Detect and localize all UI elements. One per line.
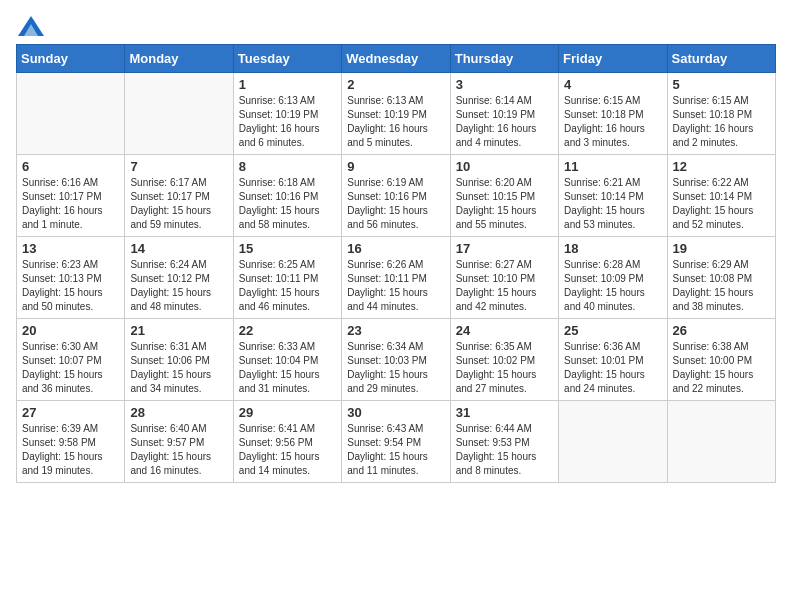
week-row-2: 6Sunrise: 6:16 AM Sunset: 10:17 PM Dayli… (17, 155, 776, 237)
week-row-4: 20Sunrise: 6:30 AM Sunset: 10:07 PM Dayl… (17, 319, 776, 401)
calendar-cell: 15Sunrise: 6:25 AM Sunset: 10:11 PM Dayl… (233, 237, 341, 319)
day-info: Sunrise: 6:31 AM Sunset: 10:06 PM Daylig… (130, 340, 227, 396)
calendar-cell: 23Sunrise: 6:34 AM Sunset: 10:03 PM Dayl… (342, 319, 450, 401)
day-info: Sunrise: 6:18 AM Sunset: 10:16 PM Daylig… (239, 176, 336, 232)
day-info: Sunrise: 6:13 AM Sunset: 10:19 PM Daylig… (347, 94, 444, 150)
calendar-cell: 30Sunrise: 6:43 AM Sunset: 9:54 PM Dayli… (342, 401, 450, 483)
calendar-cell (17, 73, 125, 155)
day-info: Sunrise: 6:34 AM Sunset: 10:03 PM Daylig… (347, 340, 444, 396)
calendar-cell: 8Sunrise: 6:18 AM Sunset: 10:16 PM Dayli… (233, 155, 341, 237)
day-info: Sunrise: 6:33 AM Sunset: 10:04 PM Daylig… (239, 340, 336, 396)
calendar-cell: 25Sunrise: 6:36 AM Sunset: 10:01 PM Dayl… (559, 319, 667, 401)
day-info: Sunrise: 6:29 AM Sunset: 10:08 PM Daylig… (673, 258, 770, 314)
day-info: Sunrise: 6:38 AM Sunset: 10:00 PM Daylig… (673, 340, 770, 396)
day-info: Sunrise: 6:41 AM Sunset: 9:56 PM Dayligh… (239, 422, 336, 478)
day-number: 16 (347, 241, 444, 256)
calendar-cell: 6Sunrise: 6:16 AM Sunset: 10:17 PM Dayli… (17, 155, 125, 237)
calendar-cell: 18Sunrise: 6:28 AM Sunset: 10:09 PM Dayl… (559, 237, 667, 319)
calendar-header-row: SundayMondayTuesdayWednesdayThursdayFrid… (17, 45, 776, 73)
calendar-cell: 26Sunrise: 6:38 AM Sunset: 10:00 PM Dayl… (667, 319, 775, 401)
day-number: 25 (564, 323, 661, 338)
calendar-cell: 5Sunrise: 6:15 AM Sunset: 10:18 PM Dayli… (667, 73, 775, 155)
day-number: 28 (130, 405, 227, 420)
day-info: Sunrise: 6:26 AM Sunset: 10:11 PM Daylig… (347, 258, 444, 314)
day-number: 7 (130, 159, 227, 174)
day-info: Sunrise: 6:22 AM Sunset: 10:14 PM Daylig… (673, 176, 770, 232)
calendar-cell: 1Sunrise: 6:13 AM Sunset: 10:19 PM Dayli… (233, 73, 341, 155)
day-number: 20 (22, 323, 119, 338)
day-info: Sunrise: 6:28 AM Sunset: 10:09 PM Daylig… (564, 258, 661, 314)
day-number: 17 (456, 241, 553, 256)
calendar-cell: 27Sunrise: 6:39 AM Sunset: 9:58 PM Dayli… (17, 401, 125, 483)
logo-icon (18, 16, 44, 36)
day-info: Sunrise: 6:24 AM Sunset: 10:12 PM Daylig… (130, 258, 227, 314)
day-number: 8 (239, 159, 336, 174)
calendar-cell: 7Sunrise: 6:17 AM Sunset: 10:17 PM Dayli… (125, 155, 233, 237)
day-info: Sunrise: 6:36 AM Sunset: 10:01 PM Daylig… (564, 340, 661, 396)
calendar-cell: 14Sunrise: 6:24 AM Sunset: 10:12 PM Dayl… (125, 237, 233, 319)
day-number: 23 (347, 323, 444, 338)
calendar-cell: 24Sunrise: 6:35 AM Sunset: 10:02 PM Dayl… (450, 319, 558, 401)
day-info: Sunrise: 6:16 AM Sunset: 10:17 PM Daylig… (22, 176, 119, 232)
header-saturday: Saturday (667, 45, 775, 73)
day-number: 9 (347, 159, 444, 174)
page-header (16, 16, 776, 32)
day-info: Sunrise: 6:44 AM Sunset: 9:53 PM Dayligh… (456, 422, 553, 478)
day-info: Sunrise: 6:15 AM Sunset: 10:18 PM Daylig… (564, 94, 661, 150)
day-number: 15 (239, 241, 336, 256)
week-row-1: 1Sunrise: 6:13 AM Sunset: 10:19 PM Dayli… (17, 73, 776, 155)
day-info: Sunrise: 6:17 AM Sunset: 10:17 PM Daylig… (130, 176, 227, 232)
day-number: 12 (673, 159, 770, 174)
day-number: 19 (673, 241, 770, 256)
calendar-cell: 9Sunrise: 6:19 AM Sunset: 10:16 PM Dayli… (342, 155, 450, 237)
calendar-cell: 4Sunrise: 6:15 AM Sunset: 10:18 PM Dayli… (559, 73, 667, 155)
day-number: 29 (239, 405, 336, 420)
calendar-cell: 3Sunrise: 6:14 AM Sunset: 10:19 PM Dayli… (450, 73, 558, 155)
header-sunday: Sunday (17, 45, 125, 73)
day-info: Sunrise: 6:14 AM Sunset: 10:19 PM Daylig… (456, 94, 553, 150)
day-info: Sunrise: 6:15 AM Sunset: 10:18 PM Daylig… (673, 94, 770, 150)
calendar-cell: 22Sunrise: 6:33 AM Sunset: 10:04 PM Dayl… (233, 319, 341, 401)
logo (16, 16, 44, 32)
calendar-cell: 12Sunrise: 6:22 AM Sunset: 10:14 PM Dayl… (667, 155, 775, 237)
day-number: 11 (564, 159, 661, 174)
day-number: 4 (564, 77, 661, 92)
calendar-cell: 2Sunrise: 6:13 AM Sunset: 10:19 PM Dayli… (342, 73, 450, 155)
day-number: 1 (239, 77, 336, 92)
day-info: Sunrise: 6:25 AM Sunset: 10:11 PM Daylig… (239, 258, 336, 314)
week-row-5: 27Sunrise: 6:39 AM Sunset: 9:58 PM Dayli… (17, 401, 776, 483)
calendar-cell (125, 73, 233, 155)
header-friday: Friday (559, 45, 667, 73)
day-number: 21 (130, 323, 227, 338)
day-info: Sunrise: 6:35 AM Sunset: 10:02 PM Daylig… (456, 340, 553, 396)
calendar-cell: 31Sunrise: 6:44 AM Sunset: 9:53 PM Dayli… (450, 401, 558, 483)
day-info: Sunrise: 6:23 AM Sunset: 10:13 PM Daylig… (22, 258, 119, 314)
day-number: 31 (456, 405, 553, 420)
day-info: Sunrise: 6:40 AM Sunset: 9:57 PM Dayligh… (130, 422, 227, 478)
calendar-cell: 13Sunrise: 6:23 AM Sunset: 10:13 PM Dayl… (17, 237, 125, 319)
calendar-cell: 21Sunrise: 6:31 AM Sunset: 10:06 PM Dayl… (125, 319, 233, 401)
calendar-cell: 20Sunrise: 6:30 AM Sunset: 10:07 PM Dayl… (17, 319, 125, 401)
day-number: 3 (456, 77, 553, 92)
day-info: Sunrise: 6:43 AM Sunset: 9:54 PM Dayligh… (347, 422, 444, 478)
day-info: Sunrise: 6:30 AM Sunset: 10:07 PM Daylig… (22, 340, 119, 396)
calendar-cell: 17Sunrise: 6:27 AM Sunset: 10:10 PM Dayl… (450, 237, 558, 319)
day-number: 10 (456, 159, 553, 174)
calendar-cell: 10Sunrise: 6:20 AM Sunset: 10:15 PM Dayl… (450, 155, 558, 237)
day-number: 26 (673, 323, 770, 338)
day-number: 6 (22, 159, 119, 174)
calendar-cell: 16Sunrise: 6:26 AM Sunset: 10:11 PM Dayl… (342, 237, 450, 319)
calendar-cell (559, 401, 667, 483)
day-number: 18 (564, 241, 661, 256)
calendar-cell: 29Sunrise: 6:41 AM Sunset: 9:56 PM Dayli… (233, 401, 341, 483)
day-info: Sunrise: 6:27 AM Sunset: 10:10 PM Daylig… (456, 258, 553, 314)
day-info: Sunrise: 6:21 AM Sunset: 10:14 PM Daylig… (564, 176, 661, 232)
day-info: Sunrise: 6:13 AM Sunset: 10:19 PM Daylig… (239, 94, 336, 150)
day-info: Sunrise: 6:20 AM Sunset: 10:15 PM Daylig… (456, 176, 553, 232)
header-wednesday: Wednesday (342, 45, 450, 73)
day-number: 14 (130, 241, 227, 256)
calendar-cell (667, 401, 775, 483)
calendar: SundayMondayTuesdayWednesdayThursdayFrid… (16, 44, 776, 483)
calendar-cell: 19Sunrise: 6:29 AM Sunset: 10:08 PM Dayl… (667, 237, 775, 319)
day-number: 24 (456, 323, 553, 338)
